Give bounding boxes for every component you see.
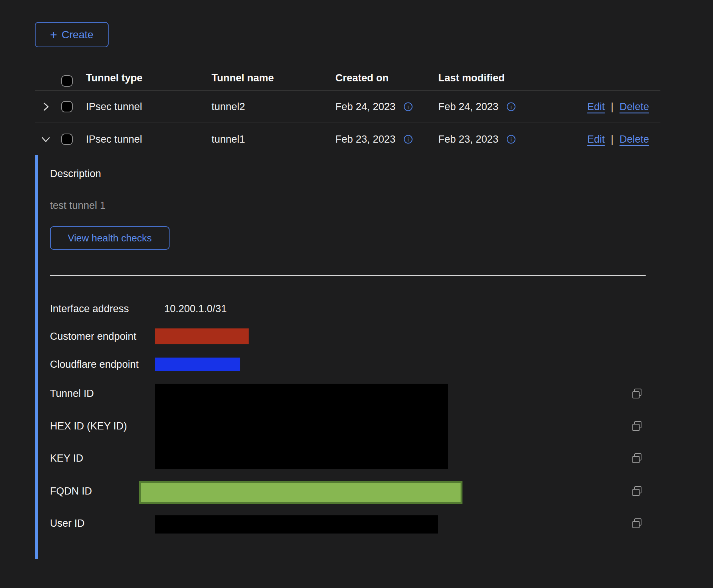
row-checkbox[interactable] <box>61 101 73 112</box>
tunnel-details-panel: Description test tunnel 1 View health ch… <box>35 155 660 559</box>
created-on-value: Feb 24, 2023 <box>335 101 395 113</box>
field-label-tunnel-id: Tunnel ID <box>50 387 94 400</box>
column-header-created-on: Created on <box>335 66 389 90</box>
actions-separator: | <box>611 101 613 113</box>
field-label-cloudflare-endpoint: Cloudflare endpoint <box>50 358 139 371</box>
field-label-interface-address: Interface address <box>50 302 129 315</box>
chevron-right-icon <box>40 101 51 112</box>
create-button-label: Create <box>62 29 93 41</box>
last-modified-value: Feb 24, 2023 <box>438 101 498 113</box>
tunnel-hex-key-id-redacted-value <box>155 384 448 469</box>
row-checkbox[interactable] <box>61 134 73 145</box>
row-actions: Edit | Delete <box>587 133 649 145</box>
fqdn-id-redacted-value <box>139 481 462 504</box>
edit-link[interactable]: Edit <box>587 101 605 113</box>
expand-row-button[interactable] <box>40 101 51 112</box>
created-on-value: Feb 23, 2023 <box>335 133 395 145</box>
cloudflare-endpoint-redacted-value <box>155 358 240 371</box>
copy-key-id-button[interactable] <box>631 453 643 464</box>
info-icon[interactable]: i <box>507 103 515 111</box>
collapse-row-button[interactable] <box>40 134 51 145</box>
tunnel-type-cell: IPsec tunnel <box>86 133 142 145</box>
field-label-hex-id: HEX ID (KEY ID) <box>50 420 127 432</box>
column-header-tunnel-type: Tunnel type <box>86 66 143 90</box>
tunnel-type-cell: IPsec tunnel <box>86 101 142 113</box>
user-id-redacted-value <box>155 515 438 534</box>
last-modified-value: Feb 23, 2023 <box>438 133 498 145</box>
copy-user-id-button[interactable] <box>631 518 643 529</box>
copy-hex-id-button[interactable] <box>631 420 643 432</box>
last-modified-cell: Feb 23, 2023 i <box>438 133 515 145</box>
table-row-tunnel2: IPsec tunnel tunnel2 Feb 24, 2023 i Feb … <box>35 91 660 123</box>
delete-link[interactable]: Delete <box>620 101 649 113</box>
section-divider <box>50 275 646 276</box>
interface-address-value: 10.200.1.0/31 <box>164 302 227 315</box>
copy-icon <box>631 420 643 432</box>
copy-icon <box>631 518 643 529</box>
delete-link[interactable]: Delete <box>620 133 649 145</box>
copy-icon <box>631 453 643 464</box>
select-all-checkbox[interactable] <box>61 75 73 87</box>
edit-link[interactable]: Edit <box>587 133 605 145</box>
copy-tunnel-id-button[interactable] <box>631 388 643 399</box>
field-label-user-id: User ID <box>50 517 85 530</box>
field-label-key-id: KEY ID <box>50 452 83 465</box>
last-modified-cell: Feb 24, 2023 i <box>438 101 515 113</box>
description-value: test tunnel 1 <box>50 199 106 212</box>
copy-fqdn-id-button[interactable] <box>631 485 643 497</box>
chevron-down-icon <box>40 134 51 145</box>
table-header: Tunnel type Tunnel name Created on Last … <box>35 66 660 91</box>
tunnels-page: + Create Tunnel type Tunnel name Created… <box>0 0 713 588</box>
copy-icon <box>631 388 643 399</box>
view-health-checks-button[interactable]: View health checks <box>50 226 170 250</box>
actions-separator: | <box>611 133 613 145</box>
copy-icon <box>631 485 643 497</box>
field-label-customer-endpoint: Customer endpoint <box>50 330 136 343</box>
tunnel-name-cell: tunnel2 <box>212 101 245 113</box>
column-header-last-modified: Last modified <box>438 66 505 90</box>
table-row-tunnel1: IPsec tunnel tunnel1 Feb 23, 2023 i Feb … <box>35 123 660 155</box>
tunnel-name-cell: tunnel1 <box>212 133 245 145</box>
row-actions: Edit | Delete <box>587 101 649 113</box>
created-on-cell: Feb 24, 2023 i <box>335 101 413 113</box>
expanded-row-accent-bar <box>35 155 38 559</box>
customer-endpoint-redacted-value <box>155 328 249 344</box>
field-label-fqdn-id: FQDN ID <box>50 485 92 498</box>
info-icon[interactable]: i <box>507 135 515 143</box>
create-button[interactable]: + Create <box>35 22 109 47</box>
plus-icon: + <box>50 29 57 41</box>
info-icon[interactable]: i <box>404 135 413 143</box>
info-icon[interactable]: i <box>404 103 413 111</box>
created-on-cell: Feb 23, 2023 i <box>335 133 413 145</box>
description-label: Description <box>50 167 101 180</box>
column-header-tunnel-name: Tunnel name <box>212 66 274 90</box>
